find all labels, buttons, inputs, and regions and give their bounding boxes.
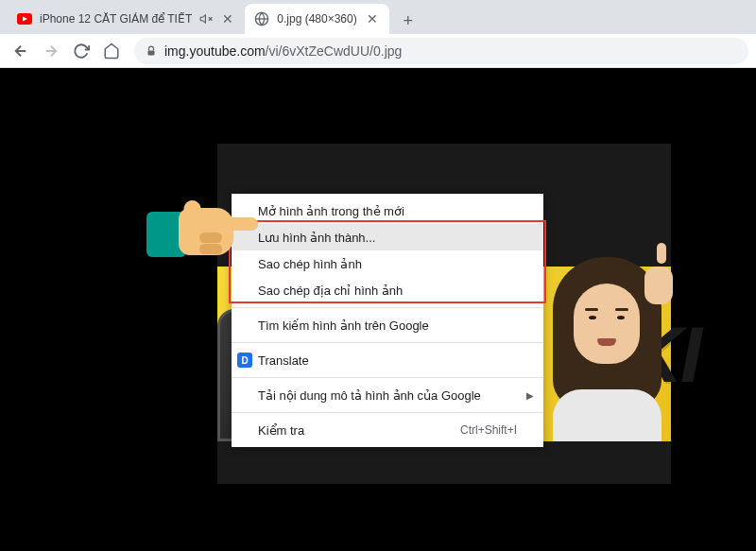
tab-title: 0.jpg (480×360): [277, 12, 356, 26]
separator: [232, 342, 543, 343]
person-graphic: [534, 257, 680, 441]
ctx-copy-image-address[interactable]: Sao chép địa chỉ hình ảnh: [232, 277, 543, 303]
lock-icon: [146, 44, 157, 58]
separator: [232, 412, 543, 413]
ctx-inspect[interactable]: Kiểm tra Ctrl+Shift+I: [232, 417, 543, 443]
tab-inactive[interactable]: iPhone 12 CẮT GIẢM để TIẾT ✕: [8, 4, 245, 34]
separator: [232, 307, 543, 308]
back-button[interactable]: [8, 38, 34, 64]
ctx-get-image-description[interactable]: Tải nội dung mô tả hình ảnh của Google ▶: [232, 382, 543, 408]
chevron-right-icon: ▶: [526, 390, 534, 401]
ctx-save-image-as[interactable]: Lưu hình ảnh thành...: [232, 224, 543, 250]
browser-toolbar: img.youtube.com/vi/6vXtZeCwdUU/0.jpg: [0, 34, 756, 68]
youtube-icon: [17, 11, 32, 26]
reload-button[interactable]: [68, 38, 94, 64]
close-icon[interactable]: ✕: [220, 11, 235, 26]
shortcut-text: Ctrl+Shift+I: [460, 423, 517, 437]
muted-icon[interactable]: [199, 12, 213, 26]
translate-icon: D: [237, 353, 252, 368]
ctx-open-new-tab[interactable]: Mở hình ảnh trong thẻ mới: [232, 198, 543, 224]
ctx-translate[interactable]: D Translate: [232, 347, 543, 373]
tab-title: iPhone 12 CẮT GIẢM để TIẾT: [40, 12, 192, 26]
address-bar[interactable]: img.youtube.com/vi/6vXtZeCwdUU/0.jpg: [134, 38, 748, 64]
ctx-copy-image[interactable]: Sao chép hình ảnh: [232, 250, 543, 277]
home-button[interactable]: [98, 38, 125, 64]
url-text: img.youtube.com/vi/6vXtZeCwdUU/0.jpg: [164, 43, 402, 59]
new-tab-button[interactable]: +: [395, 8, 421, 34]
tab-strip: iPhone 12 CẮT GIẢM để TIẾT ✕ 0.jpg (480×…: [0, 0, 756, 34]
svg-rect-5: [148, 50, 155, 55]
tab-active[interactable]: 0.jpg (480×360) ✕: [245, 4, 388, 34]
separator: [232, 377, 543, 378]
ctx-search-google[interactable]: Tìm kiếm hình ảnh trên Google: [232, 312, 543, 338]
close-icon[interactable]: ✕: [365, 11, 380, 26]
context-menu: Mở hình ảnh trong thẻ mới Lưu hình ảnh t…: [232, 194, 543, 447]
forward-button: [38, 38, 64, 64]
globe-icon: [254, 11, 269, 26]
